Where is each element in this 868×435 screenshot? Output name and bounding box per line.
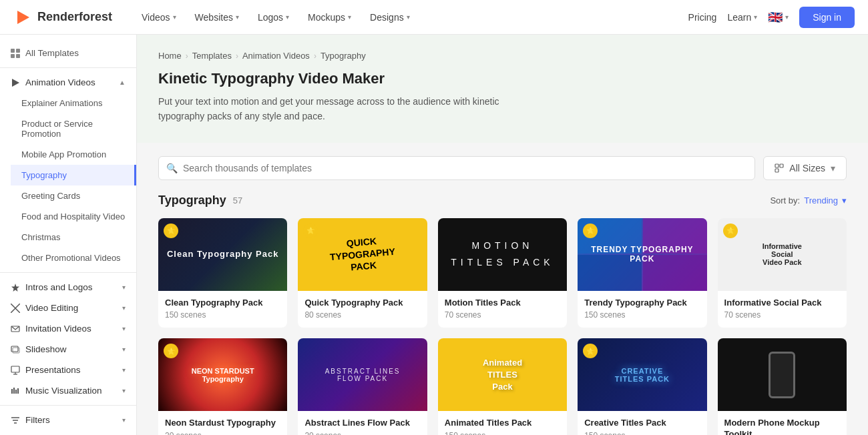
template-grid-row2: NEON STARDUSTTypography ⭐ Neon Stardust … xyxy=(158,338,847,435)
video-editing-chevron: ▾ xyxy=(122,304,126,312)
sidebar-item-product[interactable]: Product or Service Promotion xyxy=(11,113,136,144)
card-badge-trendy: ⭐ xyxy=(583,224,598,238)
nav-logos[interactable]: Logos ▾ xyxy=(250,8,297,27)
card-info-clean: Clean Typography Pack 150 scenes xyxy=(158,291,287,328)
breadcrumb-current: Typography xyxy=(320,51,366,61)
filters-chevron: ▾ xyxy=(122,416,126,424)
nav-designs[interactable]: Designs ▾ xyxy=(362,8,418,27)
template-card-trendy[interactable]: TRENDY TYPOGRAPHY PACK ⭐ Trendy Typograp… xyxy=(578,218,706,328)
sidebar-item-explainer[interactable]: Explainer Animations xyxy=(11,93,136,113)
hero-description: Put your text into motion and get your m… xyxy=(158,94,505,124)
sign-in-button[interactable]: Sign in xyxy=(799,7,855,28)
envelope-icon xyxy=(11,324,20,334)
search-icon: 🔍 xyxy=(166,163,178,173)
card-meta-abstract: 20 scenes xyxy=(304,431,420,435)
svg-marker-0 xyxy=(17,11,29,24)
thumb-phone-shape xyxy=(769,352,795,398)
sidebar-parent-intros[interactable]: Intros and Logos ▾ xyxy=(0,277,136,298)
card-badge-neon: ⭐ xyxy=(164,344,178,358)
images-icon xyxy=(11,345,20,354)
template-card-social[interactable]: InformativeSocialVideo Pack ⭐ Informativ… xyxy=(718,218,847,328)
template-card-abstract[interactable]: ABSTRACT LINESFLOW PACK Abstract Lines F… xyxy=(298,338,427,435)
sidebar-item-other[interactable]: Other Promotional Videos xyxy=(11,248,136,268)
pricing-link[interactable]: Pricing xyxy=(688,12,717,23)
card-title-social: Informative Social Pack xyxy=(724,298,840,309)
breadcrumb-home[interactable]: Home xyxy=(158,51,182,61)
sidebar-item-christmas[interactable]: Christmas xyxy=(11,227,136,248)
sidebar-item-all-templates[interactable]: All Templates xyxy=(0,43,136,63)
nav-videos[interactable]: Videos ▾ xyxy=(134,8,184,27)
learn-arrow: ▾ xyxy=(754,13,757,21)
template-card-quick[interactable]: QUICKTYPOGRAPHYPACK ⭐ Quick Typography P… xyxy=(298,218,427,328)
card-meta-quick: 80 scenes xyxy=(304,310,420,320)
svg-rect-2 xyxy=(16,49,20,53)
music-chevron: ▾ xyxy=(122,387,126,394)
nav-websites[interactable]: Websites ▾ xyxy=(187,8,247,27)
main-content: Home › Templates › Animation Videos › Ty… xyxy=(137,35,868,435)
sidebar-divider-2 xyxy=(0,272,136,273)
card-badge-social: ⭐ xyxy=(723,224,738,238)
breadcrumb-animation[interactable]: Animation Videos xyxy=(242,51,310,61)
template-card-clean[interactable]: Clean Typography Pack ⭐ Clean Typography… xyxy=(158,218,287,328)
size-filter-button[interactable]: All Sizes ▾ xyxy=(763,156,847,180)
sidebar-parent-slideshow[interactable]: Slideshow ▾ xyxy=(0,339,136,360)
card-info-motion: Motion Titles Pack 70 scenes xyxy=(438,291,567,328)
sort-arrow: ▾ xyxy=(842,195,847,205)
svg-rect-17 xyxy=(15,390,17,394)
svg-rect-23 xyxy=(780,164,783,167)
thumb-clean-text: Clean Typography Pack xyxy=(167,248,278,260)
card-info-abstract: Abstract Lines Flow Pack 20 scenes xyxy=(298,411,427,435)
svg-rect-12 xyxy=(11,366,19,372)
card-title-animated: Animated Titles Pack xyxy=(445,418,560,429)
sidebar-parent-music[interactable]: Music Visualization ▾ xyxy=(0,380,136,401)
language-selector[interactable]: 🇬🇧 ▾ xyxy=(768,10,789,25)
card-thumb-phone xyxy=(718,338,847,411)
sidebar-item-mobile[interactable]: Mobile App Promotion xyxy=(11,144,136,165)
nav-videos-arrow: ▾ xyxy=(173,13,176,21)
flag-icon: 🇬🇧 xyxy=(768,10,783,25)
sort-label: Sort by: xyxy=(770,195,800,205)
nav-websites-arrow: ▾ xyxy=(236,13,239,21)
card-thumb-creative: CREATIVETITLES PACK ⭐ xyxy=(578,338,706,411)
template-card-creative[interactable]: CREATIVETITLES PACK ⭐ Creative Titles Pa… xyxy=(578,338,706,435)
page-title: Kinetic Typography Video Maker xyxy=(158,70,847,87)
sidebar-divider-1 xyxy=(0,67,136,68)
sidebar-parent-invitation[interactable]: Invitation Videos ▾ xyxy=(0,318,136,339)
nav-mockups[interactable]: Mockups ▾ xyxy=(300,8,359,27)
sidebar-item-greeting[interactable]: Greeting Cards xyxy=(11,185,136,206)
card-info-quick: Quick Typography Pack 80 scenes xyxy=(298,291,427,328)
sidebar-divider-3 xyxy=(0,405,136,406)
card-meta-creative: 150 scenes xyxy=(584,431,700,435)
card-thumb-trendy: TRENDY TYPOGRAPHY PACK ⭐ xyxy=(578,218,706,291)
layout: All Templates Animation Videos ▲ Explain… xyxy=(0,35,868,435)
star-icon xyxy=(11,283,20,292)
sort-by-control[interactable]: Sort by: Trending ▾ xyxy=(770,195,847,205)
main-nav: Videos ▾ Websites ▾ Logos ▾ Mockups ▾ De… xyxy=(134,8,688,27)
template-card-motion[interactable]: MOTIONTITLES PACK Motion Titles Pack 70 … xyxy=(438,218,567,328)
svg-rect-24 xyxy=(775,169,779,172)
filters-section[interactable]: Filters ▾ xyxy=(0,410,136,430)
intros-chevron: ▾ xyxy=(122,284,126,291)
card-meta-animated: 150 scenes xyxy=(445,431,560,435)
sidebar-parent-presentations[interactable]: Presentations ▾ xyxy=(0,360,136,380)
card-thumb-abstract: ABSTRACT LINESFLOW PACK xyxy=(298,338,427,411)
play-icon xyxy=(11,78,20,87)
filter-icon xyxy=(11,416,20,425)
learn-link[interactable]: Learn ▾ xyxy=(727,12,757,23)
card-title-clean: Clean Typography Pack xyxy=(165,298,280,309)
svg-marker-5 xyxy=(12,79,19,87)
logo-text: Renderforest xyxy=(37,10,112,24)
template-card-neon[interactable]: NEON STARDUSTTypography ⭐ Neon Stardust … xyxy=(158,338,287,435)
sidebar-item-typography[interactable]: Typography xyxy=(11,165,136,185)
card-info-phone: Modern Phone Mockup Toolkit 80 scenes xyxy=(718,411,847,435)
flag-arrow: ▾ xyxy=(785,13,789,21)
template-card-animated[interactable]: AnimatedTITLESPack Animated Titles Pack … xyxy=(438,338,567,435)
sidebar-parent-video-editing[interactable]: Video Editing ▾ xyxy=(0,298,136,318)
logo[interactable]: Renderforest xyxy=(13,8,112,27)
template-card-phone[interactable]: Modern Phone Mockup Toolkit 80 scenes xyxy=(718,338,847,435)
search-input[interactable] xyxy=(158,156,755,180)
sidebar-item-food[interactable]: Food and Hospitality Video xyxy=(11,206,136,227)
sidebar-parent-animation[interactable]: Animation Videos ▲ xyxy=(0,72,136,93)
card-info-social: Informative Social Pack 70 scenes xyxy=(718,291,847,328)
breadcrumb-templates[interactable]: Templates xyxy=(192,51,232,61)
